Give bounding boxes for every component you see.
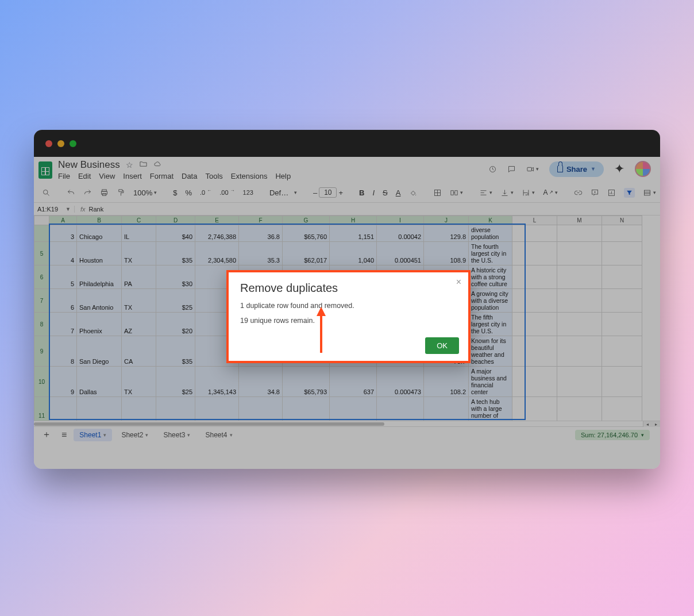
menu-bar: File Edit View Insert Format Data Tools … (58, 172, 291, 180)
zoom-select[interactable]: 100%▾ (133, 188, 157, 197)
paint-format-icon[interactable] (117, 188, 125, 197)
table-row: 10 9DallasTX$251,345,14334.8$65,7936370.… (34, 367, 642, 397)
menu-extensions[interactable]: Extensions (231, 172, 268, 180)
borders-button[interactable] (433, 188, 442, 197)
svg-rect-5 (102, 193, 106, 195)
valign-button[interactable]: ▾ (500, 188, 514, 197)
link-button[interactable] (574, 188, 583, 197)
menu-help[interactable]: Help (275, 172, 291, 180)
halign-button[interactable]: ▾ (479, 188, 492, 197)
doc-title[interactable]: New Business (58, 159, 120, 171)
undo-icon[interactable] (67, 188, 75, 197)
titlebar (34, 130, 660, 157)
window-close[interactable] (45, 140, 52, 147)
app-window: New Business ☆ File Edit View Insert For… (34, 130, 660, 469)
tab-sheet3[interactable]: Sheet3▾ (157, 429, 196, 441)
move-folder-icon[interactable] (139, 160, 148, 170)
dialog-title: Remove duplicates (240, 282, 457, 295)
name-box[interactable]: A1:K19▼ (34, 206, 74, 213)
format-currency[interactable]: $ (173, 188, 177, 197)
font-size-dec[interactable]: – (313, 188, 317, 197)
column-header-row[interactable]: AB CD EF GH IJ K LMN (34, 216, 642, 225)
tab-sheet1[interactable]: Sheet1▾ (74, 429, 112, 441)
lock-icon (557, 165, 563, 172)
window-zoom[interactable] (70, 140, 76, 147)
dialog-ok-button[interactable]: OK (425, 337, 459, 354)
dialog-close-icon[interactable]: × (456, 277, 461, 287)
scroll-buttons[interactable]: ◂▸ (643, 421, 660, 427)
svg-rect-1 (527, 167, 532, 171)
all-sheets-button[interactable]: ≡ (58, 430, 70, 440)
star-icon[interactable]: ☆ (126, 160, 133, 170)
table-view-button[interactable]: ▾ (643, 188, 656, 197)
font-size-inc[interactable]: + (338, 188, 343, 197)
remove-duplicates-dialog: × Remove duplicates 1 duplicate row foun… (226, 270, 471, 363)
table-row: 3ChicagoIL$402,746,38836.8$65,7601,1510.… (34, 225, 642, 242)
svg-point-2 (44, 190, 48, 194)
font-size-group: – 10 + (313, 187, 343, 198)
insert-chart-button[interactable] (607, 188, 616, 197)
add-sheet-button[interactable]: ＋ (38, 429, 55, 441)
dialog-message-2: 19 unique rows remain. (240, 317, 457, 325)
strike-button[interactable]: S (383, 188, 388, 197)
toolbar: 100%▾ $ % .0← .00→ 123 Defaul...▾ – 10 +… (34, 183, 660, 203)
merge-button[interactable]: ▾ (450, 188, 463, 197)
table-row: 5 4HoustonTX$352,304,58035.3$62,0171,040… (34, 242, 642, 265)
search-icon[interactable] (42, 188, 51, 197)
fill-color-button[interactable] (408, 188, 417, 197)
gemini-icon[interactable]: ✦ (614, 161, 624, 176)
header-right: ▾ Share▼ ✦ (488, 161, 651, 177)
menu-insert[interactable]: Insert (123, 172, 142, 180)
insert-comment-button[interactable] (591, 188, 599, 197)
tab-sheet4[interactable]: Sheet4▾ (199, 429, 238, 441)
format-percent[interactable]: % (185, 188, 192, 197)
menu-edit[interactable]: Edit (78, 172, 91, 180)
formula-bar-row: A1:K19▼ fxRank (34, 203, 660, 215)
menu-data[interactable]: Data (182, 172, 197, 180)
menu-tools[interactable]: Tools (205, 172, 222, 180)
account-avatar[interactable] (635, 161, 651, 177)
menu-view[interactable]: View (99, 172, 115, 180)
comments-icon[interactable] (507, 165, 516, 174)
sheet-tab-bar: ＋ ≡ Sheet1▾ Sheet2▾ Sheet3▾ Sheet4▾ Sum:… (34, 426, 660, 442)
history-icon[interactable] (488, 165, 497, 174)
status-sum[interactable]: Sum: 27,164,246.70▾ (575, 430, 650, 440)
text-color-button[interactable]: A (396, 188, 401, 197)
share-label: Share (566, 165, 587, 174)
font-size-input[interactable]: 10 (319, 187, 337, 198)
decrease-decimal[interactable]: .0← (200, 189, 211, 196)
svg-rect-11 (645, 190, 650, 195)
svg-rect-8 (455, 190, 457, 195)
rotate-button[interactable]: A↗▾ (543, 188, 558, 197)
share-button[interactable]: Share▼ (549, 161, 604, 177)
bold-button[interactable]: B (359, 188, 364, 197)
cloud-status-icon[interactable] (153, 160, 162, 170)
menu-format[interactable]: Format (150, 172, 174, 180)
filter-button[interactable] (624, 188, 635, 198)
more-formats[interactable]: 123 (243, 189, 253, 196)
italic-button[interactable]: I (372, 188, 375, 197)
annotation-arrow-icon (315, 307, 327, 353)
tab-sheet2[interactable]: Sheet2▾ (115, 429, 154, 441)
print-icon[interactable] (100, 188, 109, 197)
svg-rect-7 (451, 190, 453, 195)
horizontal-scrollbar[interactable]: ◂▸ (34, 421, 660, 426)
wrap-button[interactable]: ▾ (522, 188, 535, 197)
redo-icon[interactable] (83, 188, 92, 197)
menu-file[interactable]: File (58, 172, 70, 180)
svg-rect-3 (102, 189, 107, 191)
dialog-message-1: 1 duplicate row found and removed. (240, 302, 457, 310)
meet-icon[interactable]: ▾ (526, 165, 539, 174)
font-select[interactable]: Defaul...▾ (269, 188, 297, 197)
formula-bar[interactable]: fxRank (74, 206, 109, 213)
increase-decimal[interactable]: .00→ (219, 189, 234, 196)
window-minimize[interactable] (57, 140, 64, 147)
sheets-logo-icon[interactable] (38, 161, 52, 179)
table-row: 11 10San JoseCA$401,030,11937.1$104,8225… (34, 397, 642, 421)
